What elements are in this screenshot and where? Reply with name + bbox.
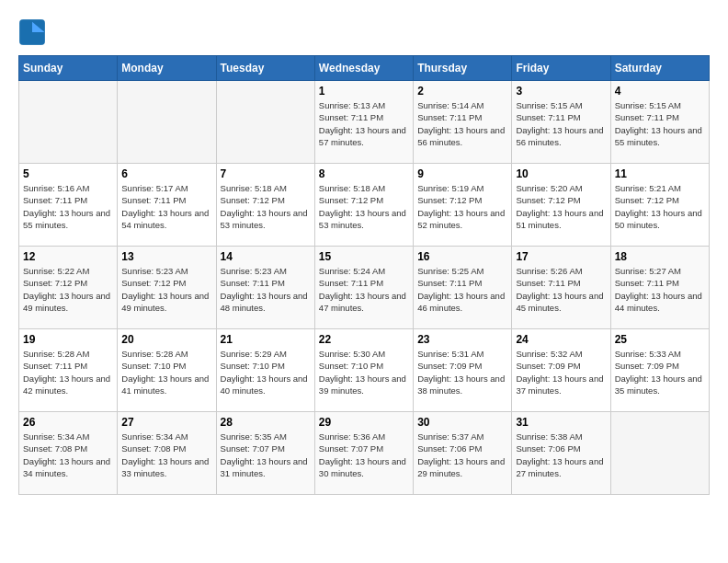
day-number: 22	[319, 333, 409, 346]
calendar-cell: 31Sunrise: 5:38 AMSunset: 7:06 PMDayligh…	[512, 412, 610, 495]
day-number: 25	[615, 333, 705, 346]
day-number: 7	[221, 167, 311, 180]
day-number: 13	[121, 250, 211, 263]
week-row-2: 5Sunrise: 5:16 AMSunset: 7:11 PMDaylight…	[19, 164, 710, 247]
calendar-cell: 2Sunrise: 5:14 AMSunset: 7:11 PMDaylight…	[414, 81, 512, 164]
day-number: 21	[221, 333, 311, 346]
day-info: Sunrise: 5:33 AMSunset: 7:09 PMDaylight:…	[615, 348, 705, 396]
day-number: 29	[319, 416, 409, 429]
calendar-body: 1Sunrise: 5:13 AMSunset: 7:11 PMDaylight…	[19, 81, 710, 495]
calendar-cell: 15Sunrise: 5:24 AMSunset: 7:11 PMDayligh…	[314, 247, 413, 329]
day-info: Sunrise: 5:26 AMSunset: 7:11 PMDaylight:…	[516, 265, 606, 314]
calendar-cell: 4Sunrise: 5:15 AMSunset: 7:11 PMDaylight…	[610, 81, 709, 164]
day-number: 2	[417, 85, 507, 98]
calendar-cell: 1Sunrise: 5:13 AMSunset: 7:11 PMDaylight…	[314, 81, 413, 164]
logo	[18, 18, 50, 46]
calendar-cell: 5Sunrise: 5:16 AMSunset: 7:11 PMDaylight…	[19, 164, 118, 247]
day-info: Sunrise: 5:34 AMSunset: 7:08 PMDaylight:…	[23, 431, 113, 479]
calendar-cell: 21Sunrise: 5:29 AMSunset: 7:10 PMDayligh…	[216, 329, 314, 412]
day-number: 4	[615, 85, 705, 98]
day-header-wednesday: Wednesday	[314, 56, 413, 81]
day-info: Sunrise: 5:34 AMSunset: 7:08 PMDaylight:…	[121, 431, 211, 479]
day-info: Sunrise: 5:21 AMSunset: 7:12 PMDaylight:…	[615, 182, 705, 231]
day-info: Sunrise: 5:27 AMSunset: 7:11 PMDaylight:…	[615, 265, 705, 314]
day-number: 31	[516, 416, 606, 429]
day-info: Sunrise: 5:13 AMSunset: 7:11 PMDaylight:…	[319, 99, 409, 148]
calendar-cell: 8Sunrise: 5:18 AMSunset: 7:12 PMDaylight…	[314, 164, 413, 247]
day-number: 10	[516, 167, 606, 180]
day-number: 18	[615, 250, 705, 263]
day-number: 20	[121, 333, 211, 346]
day-number: 11	[615, 167, 705, 180]
calendar-cell: 26Sunrise: 5:34 AMSunset: 7:08 PMDayligh…	[19, 412, 118, 495]
day-number: 27	[121, 416, 211, 429]
day-info: Sunrise: 5:32 AMSunset: 7:09 PMDaylight:…	[516, 348, 606, 396]
logo-icon	[18, 18, 46, 46]
day-info: Sunrise: 5:29 AMSunset: 7:10 PMDaylight:…	[221, 348, 311, 396]
day-info: Sunrise: 5:22 AMSunset: 7:12 PMDaylight:…	[23, 265, 113, 314]
day-number: 12	[23, 250, 113, 263]
calendar-cell	[216, 81, 314, 164]
day-number: 24	[516, 333, 606, 346]
week-row-1: 1Sunrise: 5:13 AMSunset: 7:11 PMDaylight…	[19, 81, 710, 164]
day-number: 14	[221, 250, 311, 263]
calendar-cell: 19Sunrise: 5:28 AMSunset: 7:11 PMDayligh…	[19, 329, 118, 412]
week-row-4: 19Sunrise: 5:28 AMSunset: 7:11 PMDayligh…	[19, 329, 710, 412]
day-number: 1	[319, 85, 409, 98]
week-row-3: 12Sunrise: 5:22 AMSunset: 7:12 PMDayligh…	[19, 247, 710, 329]
day-info: Sunrise: 5:14 AMSunset: 7:11 PMDaylight:…	[417, 99, 507, 148]
calendar-cell: 23Sunrise: 5:31 AMSunset: 7:09 PMDayligh…	[414, 329, 512, 412]
day-info: Sunrise: 5:18 AMSunset: 7:12 PMDaylight:…	[319, 182, 409, 231]
header-row: SundayMondayTuesdayWednesdayThursdayFrid…	[19, 56, 710, 81]
day-info: Sunrise: 5:37 AMSunset: 7:06 PMDaylight:…	[417, 431, 507, 479]
day-header-friday: Friday	[512, 56, 610, 81]
day-header-monday: Monday	[118, 56, 216, 81]
day-number: 9	[417, 167, 507, 180]
day-number: 23	[417, 333, 507, 346]
day-info: Sunrise: 5:17 AMSunset: 7:11 PMDaylight:…	[121, 182, 211, 231]
day-info: Sunrise: 5:24 AMSunset: 7:11 PMDaylight:…	[319, 265, 409, 314]
day-header-sunday: Sunday	[19, 56, 118, 81]
day-number: 6	[121, 167, 211, 180]
day-info: Sunrise: 5:36 AMSunset: 7:07 PMDaylight:…	[319, 431, 409, 479]
calendar-cell: 16Sunrise: 5:25 AMSunset: 7:11 PMDayligh…	[414, 247, 512, 329]
day-number: 8	[319, 167, 409, 180]
calendar-cell: 27Sunrise: 5:34 AMSunset: 7:08 PMDayligh…	[118, 412, 216, 495]
day-header-thursday: Thursday	[414, 56, 512, 81]
calendar-cell: 30Sunrise: 5:37 AMSunset: 7:06 PMDayligh…	[414, 412, 512, 495]
calendar-cell	[118, 81, 216, 164]
calendar-cell: 7Sunrise: 5:18 AMSunset: 7:12 PMDaylight…	[216, 164, 314, 247]
day-number: 28	[221, 416, 311, 429]
day-header-saturday: Saturday	[610, 56, 709, 81]
day-info: Sunrise: 5:30 AMSunset: 7:10 PMDaylight:…	[319, 348, 409, 396]
week-row-5: 26Sunrise: 5:34 AMSunset: 7:08 PMDayligh…	[19, 412, 710, 495]
day-number: 5	[23, 167, 113, 180]
calendar-cell: 12Sunrise: 5:22 AMSunset: 7:12 PMDayligh…	[19, 247, 118, 329]
day-number: 19	[23, 333, 113, 346]
calendar-cell	[610, 412, 709, 495]
calendar-cell: 6Sunrise: 5:17 AMSunset: 7:11 PMDaylight…	[118, 164, 216, 247]
day-info: Sunrise: 5:15 AMSunset: 7:11 PMDaylight:…	[516, 99, 606, 148]
day-info: Sunrise: 5:18 AMSunset: 7:12 PMDaylight:…	[221, 182, 311, 231]
calendar-cell: 14Sunrise: 5:23 AMSunset: 7:11 PMDayligh…	[216, 247, 314, 329]
calendar-table: SundayMondayTuesdayWednesdayThursdayFrid…	[18, 55, 710, 495]
day-info: Sunrise: 5:25 AMSunset: 7:11 PMDaylight:…	[417, 265, 507, 314]
day-number: 3	[516, 85, 606, 98]
day-info: Sunrise: 5:23 AMSunset: 7:12 PMDaylight:…	[121, 265, 211, 314]
day-number: 17	[516, 250, 606, 263]
day-header-tuesday: Tuesday	[216, 56, 314, 81]
day-info: Sunrise: 5:16 AMSunset: 7:11 PMDaylight:…	[23, 182, 113, 231]
calendar-cell: 11Sunrise: 5:21 AMSunset: 7:12 PMDayligh…	[610, 164, 709, 247]
calendar-cell	[19, 81, 118, 164]
day-info: Sunrise: 5:38 AMSunset: 7:06 PMDaylight:…	[516, 431, 606, 479]
day-number: 16	[417, 250, 507, 263]
day-info: Sunrise: 5:20 AMSunset: 7:12 PMDaylight:…	[516, 182, 606, 231]
day-info: Sunrise: 5:23 AMSunset: 7:11 PMDaylight:…	[221, 265, 311, 314]
calendar-cell: 22Sunrise: 5:30 AMSunset: 7:10 PMDayligh…	[314, 329, 413, 412]
day-info: Sunrise: 5:28 AMSunset: 7:11 PMDaylight:…	[23, 348, 113, 396]
day-info: Sunrise: 5:19 AMSunset: 7:12 PMDaylight:…	[417, 182, 507, 231]
day-number: 30	[417, 416, 507, 429]
calendar-cell: 25Sunrise: 5:33 AMSunset: 7:09 PMDayligh…	[610, 329, 709, 412]
day-number: 15	[319, 250, 409, 263]
calendar-header: SundayMondayTuesdayWednesdayThursdayFrid…	[19, 56, 710, 81]
